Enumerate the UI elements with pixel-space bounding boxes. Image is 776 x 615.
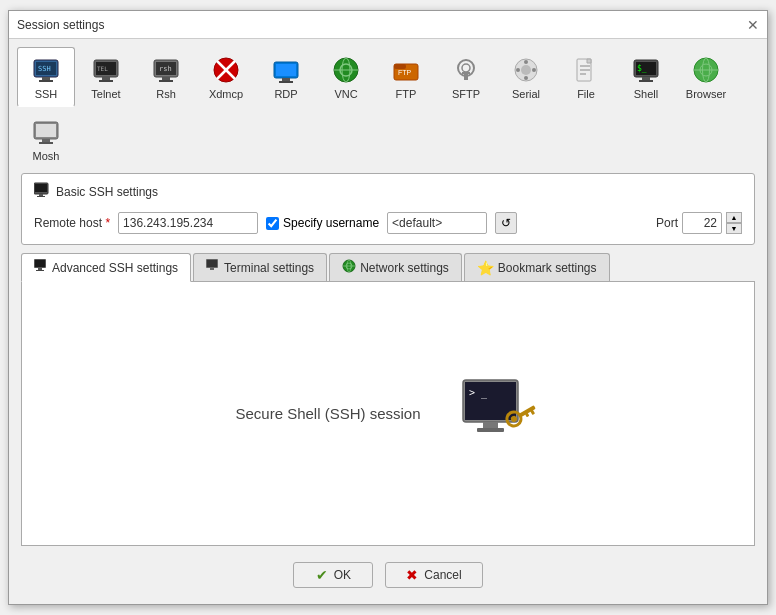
ok-label: OK: [334, 568, 351, 582]
tab-mosh-label: Mosh: [33, 150, 60, 162]
sub-tab-terminal[interactable]: Terminal settings: [193, 253, 327, 281]
tab-mosh[interactable]: Mosh: [17, 109, 75, 169]
rdp-icon: [270, 54, 302, 86]
specify-username-label: Specify username: [283, 216, 379, 230]
svg-rect-21: [279, 81, 293, 83]
tab-telnet[interactable]: TEL Telnet: [77, 47, 135, 107]
svg-rect-31: [462, 72, 470, 74]
svg-rect-47: [642, 77, 650, 80]
content-area: Basic SSH settings Remote host * Specify…: [9, 173, 767, 604]
port-group: Port ▲ ▼: [656, 212, 742, 234]
ssh-illustration: > _: [461, 378, 541, 450]
svg-text:$_: $_: [637, 64, 647, 73]
dialog-title: Session settings: [17, 18, 104, 32]
session-settings-dialog: Session settings ✕ SSH SSH TEL: [8, 10, 768, 605]
username-input[interactable]: [387, 212, 487, 234]
svg-marker-40: [587, 59, 591, 63]
ok-icon: ✔: [316, 567, 328, 583]
tab-browser-label: Browser: [686, 88, 726, 100]
basic-ssh-settings-group: Basic SSH settings Remote host * Specify…: [21, 173, 755, 245]
tab-browser[interactable]: Browser: [677, 47, 735, 107]
sftp-icon: [450, 54, 482, 86]
mosh-icon: [30, 116, 62, 148]
port-decrement-button[interactable]: ▼: [726, 223, 742, 234]
serial-icon: [510, 54, 542, 86]
svg-rect-14: [159, 80, 173, 82]
svg-rect-59: [39, 194, 43, 196]
advanced-tab-label: Advanced SSH settings: [52, 261, 178, 275]
svg-rect-76: [477, 428, 504, 432]
ok-button[interactable]: ✔ OK: [293, 562, 373, 588]
panel-description: Secure Shell (SSH) session: [235, 405, 420, 422]
dialog-footer: ✔ OK ✖ Cancel: [21, 554, 755, 596]
cancel-icon: ✖: [406, 567, 418, 583]
tab-ssh[interactable]: SSH SSH: [17, 47, 75, 107]
svg-rect-55: [42, 139, 50, 142]
svg-rect-60: [37, 196, 45, 197]
svg-rect-67: [210, 268, 214, 270]
sub-tabs-bar: Advanced SSH settings Terminal settings: [21, 253, 755, 282]
ftp-icon: FTP: [390, 54, 422, 86]
svg-rect-64: [36, 270, 44, 271]
tab-rsh-label: Rsh: [156, 88, 176, 100]
remote-host-label: Remote host *: [34, 216, 110, 230]
tab-telnet-label: Telnet: [91, 88, 120, 100]
tab-file-label: File: [577, 88, 595, 100]
tab-serial-label: Serial: [512, 88, 540, 100]
sub-tab-network[interactable]: Network settings: [329, 253, 462, 281]
tab-rdp[interactable]: RDP: [257, 47, 315, 107]
refresh-button[interactable]: ↺: [495, 212, 517, 234]
main-panel: Secure Shell (SSH) session > _: [21, 282, 755, 546]
terminal-tab-icon: [206, 259, 220, 276]
bookmark-tab-icon: ⭐: [477, 260, 494, 276]
rsh-icon: rsh: [150, 54, 182, 86]
svg-point-34: [521, 65, 531, 75]
svg-rect-56: [39, 142, 53, 144]
xdmcp-icon: [210, 54, 242, 86]
tab-serial[interactable]: Serial: [497, 47, 555, 107]
specify-username-checkbox[interactable]: [266, 217, 279, 230]
svg-text:> _: > _: [469, 387, 488, 399]
panel-content: Secure Shell (SSH) session > _: [235, 378, 540, 450]
sub-tab-bookmark[interactable]: ⭐ Bookmark settings: [464, 253, 610, 281]
close-button[interactable]: ✕: [747, 18, 759, 32]
tab-sftp[interactable]: SFTP: [437, 47, 495, 107]
sub-tabs-section: Advanced SSH settings Terminal settings: [21, 253, 755, 546]
svg-text:SSH: SSH: [38, 65, 51, 73]
tab-file[interactable]: File: [557, 47, 615, 107]
bookmark-tab-label: Bookmark settings: [498, 261, 597, 275]
svg-point-30: [462, 64, 470, 72]
tab-shell[interactable]: $_ Shell: [617, 47, 675, 107]
svg-rect-13: [162, 77, 170, 80]
svg-rect-66: [207, 260, 217, 267]
specify-username-checkbox-label[interactable]: Specify username: [266, 216, 379, 230]
cancel-button[interactable]: ✖ Cancel: [385, 562, 482, 588]
tab-ftp-label: FTP: [396, 88, 417, 100]
tab-rsh[interactable]: rsh Rsh: [137, 47, 195, 107]
tab-xdmcp-label: Xdmcp: [209, 88, 243, 100]
svg-rect-58: [35, 184, 47, 192]
svg-rect-20: [282, 78, 290, 81]
tab-ftp[interactable]: FTP FTP: [377, 47, 435, 107]
remote-host-input[interactable]: [118, 212, 258, 234]
cancel-label: Cancel: [424, 568, 461, 582]
port-increment-button[interactable]: ▲: [726, 212, 742, 223]
svg-rect-75: [483, 422, 498, 428]
tab-vnc-label: VNC: [334, 88, 357, 100]
svg-rect-3: [42, 77, 50, 80]
tab-vnc[interactable]: VNC: [317, 47, 375, 107]
tab-ssh-label: SSH: [35, 88, 58, 100]
svg-point-35: [524, 60, 528, 64]
port-label: Port: [656, 216, 678, 230]
svg-point-36: [524, 76, 528, 80]
network-tab-label: Network settings: [360, 261, 449, 275]
tab-xdmcp[interactable]: Xdmcp: [197, 47, 255, 107]
svg-rect-8: [102, 77, 110, 80]
title-bar: Session settings ✕: [9, 11, 767, 39]
tab-rdp-label: RDP: [274, 88, 297, 100]
svg-rect-48: [639, 80, 653, 82]
sub-tab-advanced[interactable]: Advanced SSH settings: [21, 253, 191, 282]
port-input[interactable]: [682, 212, 722, 234]
svg-rect-32: [464, 74, 468, 80]
vnc-icon: [330, 54, 362, 86]
